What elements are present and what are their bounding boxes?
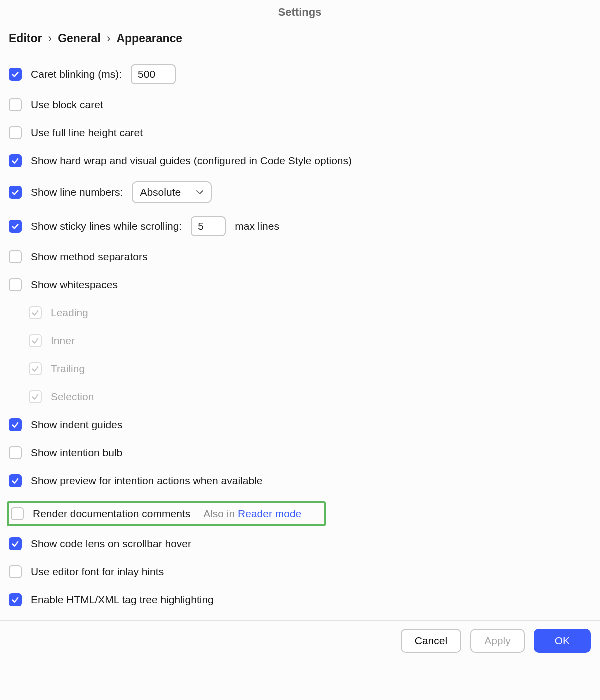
full-line-caret-checkbox[interactable]: [9, 126, 22, 140]
intention-preview-label: Show preview for intention actions when …: [31, 475, 262, 487]
ws-inner-label: Inner: [51, 335, 75, 347]
ws-inner-checkbox: [29, 334, 42, 348]
indent-guides-checkbox[interactable]: [9, 418, 22, 432]
breadcrumb-general[interactable]: General: [58, 32, 101, 46]
code-lens-checkbox[interactable]: [9, 538, 22, 550]
ws-trailing-label: Trailing: [51, 363, 85, 375]
line-numbers-checkbox[interactable]: [9, 186, 22, 199]
sticky-lines-suffix: max lines: [235, 220, 280, 232]
html-tag-tree-label: Enable HTML/XML tag tree highlighting: [31, 594, 214, 606]
breadcrumb-editor[interactable]: Editor: [9, 32, 42, 46]
code-lens-label: Show code lens on scrollbar hover: [31, 538, 192, 550]
ok-button[interactable]: OK: [534, 629, 591, 653]
render-doc-label: Render documentation comments: [33, 508, 190, 520]
line-numbers-label: Show line numbers:: [31, 186, 123, 198]
render-doc-highlight: Render documentation comments Also in Re…: [7, 502, 326, 526]
sticky-lines-label: Show sticky lines while scrolling:: [31, 220, 182, 232]
intention-bulb-checkbox[interactable]: [9, 446, 22, 460]
ws-leading-checkbox: [29, 306, 42, 320]
method-separators-label: Show method separators: [31, 251, 148, 263]
breadcrumb-appearance: Appearance: [116, 32, 182, 46]
cancel-button[interactable]: Cancel: [401, 629, 462, 653]
whitespaces-checkbox[interactable]: [9, 278, 22, 292]
dialog-footer: Cancel Apply OK: [0, 620, 600, 662]
breadcrumb: Editor › General › Appearance: [9, 32, 591, 46]
caret-blinking-checkbox[interactable]: [9, 68, 22, 81]
ws-selection-label: Selection: [51, 391, 94, 403]
block-caret-label: Use block caret: [31, 99, 104, 111]
page-title: Settings: [9, 6, 591, 19]
intention-bulb-label: Show intention bulb: [31, 447, 122, 459]
editor-font-inlay-label: Use editor font for inlay hints: [31, 566, 164, 578]
whitespaces-label: Show whitespaces: [31, 279, 118, 291]
chevron-right-icon: ›: [107, 32, 111, 46]
ws-leading-label: Leading: [51, 307, 88, 319]
reader-mode-link[interactable]: Reader mode: [238, 508, 302, 520]
indent-guides-label: Show indent guides: [31, 419, 122, 431]
line-numbers-select-value: Absolute: [140, 186, 181, 198]
chevron-down-icon: [196, 190, 204, 195]
render-doc-hint: Also in Reader mode: [204, 508, 302, 520]
method-separators-checkbox[interactable]: [9, 250, 22, 264]
line-numbers-select[interactable]: Absolute: [132, 182, 212, 204]
editor-font-inlay-checkbox[interactable]: [9, 566, 22, 578]
intention-preview-checkbox[interactable]: [9, 474, 22, 488]
hard-wrap-checkbox[interactable]: [9, 154, 22, 168]
chevron-right-icon: ›: [48, 32, 52, 46]
hard-wrap-label: Show hard wrap and visual guides (config…: [31, 155, 352, 167]
full-line-caret-label: Use full line height caret: [31, 127, 143, 139]
render-doc-hint-prefix: Also in: [204, 508, 238, 520]
apply-button[interactable]: Apply: [470, 629, 525, 653]
ws-selection-checkbox: [29, 390, 42, 404]
sticky-lines-input[interactable]: [191, 216, 226, 236]
caret-blinking-input[interactable]: [131, 64, 176, 84]
ws-trailing-checkbox: [29, 362, 42, 376]
sticky-lines-checkbox[interactable]: [9, 220, 22, 233]
block-caret-checkbox[interactable]: [9, 98, 22, 112]
caret-blinking-label: Caret blinking (ms):: [31, 68, 122, 80]
html-tag-tree-checkbox[interactable]: [9, 594, 22, 606]
render-doc-checkbox[interactable]: [11, 508, 24, 520]
